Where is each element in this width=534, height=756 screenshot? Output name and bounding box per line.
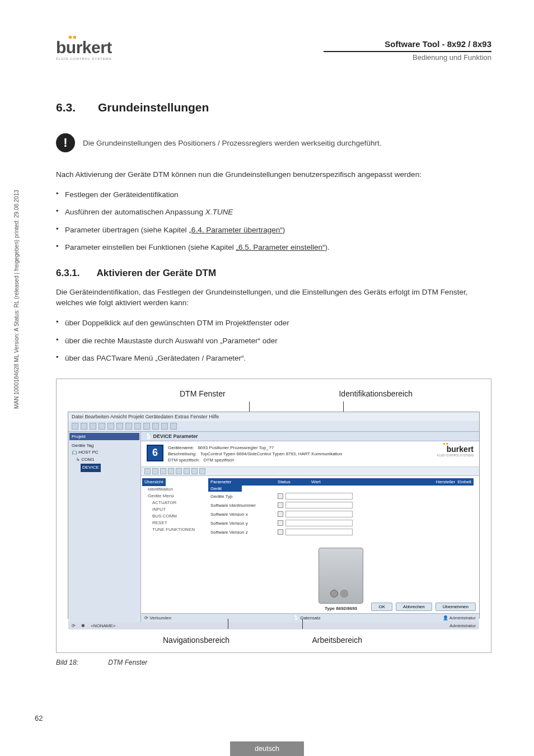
link-set-params[interactable]: „6.5. Parameter einstellen“ xyxy=(236,243,325,251)
section-title: Grundeinstellungen xyxy=(98,101,209,114)
section-number: 6.3. xyxy=(56,101,76,114)
exclamation-icon: ! xyxy=(56,133,75,152)
figure-caption: Bild 18: DTM Fenster xyxy=(56,659,491,666)
toolbar-icon[interactable] xyxy=(72,423,78,430)
toolbar-icon[interactable] xyxy=(160,468,166,474)
list-item: Parameter einstellen bei Funktionen (sie… xyxy=(56,239,491,256)
sidebar-header: Projekt xyxy=(69,433,139,440)
ok-button[interactable]: OK xyxy=(371,603,392,611)
nav-item[interactable]: BUS.COMM xyxy=(142,513,202,520)
subsection-number: 6.3.1. xyxy=(56,268,80,279)
tree-item[interactable]: Geräte Tag xyxy=(72,442,137,450)
nav-item[interactable]: RESET xyxy=(142,520,202,526)
lock-icon xyxy=(278,493,283,499)
nav-item-overview[interactable]: Übersicht xyxy=(142,478,166,486)
figure-bottom-labels: Navigationsbereich Arbeitsbereich xyxy=(68,636,480,645)
doc-subtitle: Bedienung und Funktion xyxy=(324,53,491,62)
project-tree[interactable]: Geräte Tag 📇 HOST PC ↳ COM1 DEVICE xyxy=(69,440,139,474)
toolbar-icon[interactable] xyxy=(191,468,198,474)
table-row: Software Identnummer xyxy=(208,501,474,510)
tree-item[interactable]: ↳ COM1 xyxy=(72,456,137,464)
toolbar-icon[interactable] xyxy=(90,423,96,430)
language-label: deutsch xyxy=(230,741,304,756)
param-value-input[interactable] xyxy=(285,529,353,535)
toolbar-icon[interactable] xyxy=(125,423,132,430)
toolbar-icon[interactable] xyxy=(99,423,105,430)
subsection-title: Aktivieren der Geräte DTM xyxy=(97,268,217,279)
fig-label-ident: Identifikationsbereich xyxy=(339,389,413,398)
document-side-meta: MAN 1000184628 ML Version: A Status: RL … xyxy=(13,190,20,409)
nav-item[interactable]: Identifikation xyxy=(142,486,202,493)
paragraph: Die Geräteindentifikation, das Festlegen… xyxy=(56,287,491,309)
fig-label-dtm: DTM Fenster xyxy=(180,389,226,398)
dtm-screenshot: Datei Bearbeiten Ansicht Projekt Geräted… xyxy=(68,412,480,619)
figure-frame: DTM Fenster Identifikationsbereich Datei… xyxy=(56,379,491,653)
tree-item-selected[interactable]: DEVICE xyxy=(72,464,137,472)
dtm-toolbar[interactable] xyxy=(141,467,479,476)
toolbar-icon[interactable] xyxy=(170,423,177,430)
param-value-input[interactable] xyxy=(285,493,353,500)
lock-icon xyxy=(278,502,283,508)
cancel-button[interactable]: Abbrechen xyxy=(396,603,432,611)
list-item: über das PACTware Menü „Gerätedaten / Pa… xyxy=(56,349,491,367)
identification-text: Gerätename: 8693 Positioner Prozessregle… xyxy=(168,445,433,464)
project-sidebar: Projekt Geräte Tag 📇 HOST PC ↳ COM1 DEVI… xyxy=(68,432,141,623)
app-statusbar: ⟳✱<NONAME> Administrator xyxy=(68,622,479,629)
app-menubar[interactable]: Datei Bearbeiten Ansicht Projekt Geräted… xyxy=(68,412,479,421)
bullet-list-b: über Doppelklick auf den gewünschten DTM… xyxy=(56,314,491,367)
nav-item[interactable]: Geräte Menü xyxy=(142,493,202,500)
toolbar-icon[interactable] xyxy=(144,468,151,474)
toolbar-icon[interactable] xyxy=(116,423,123,430)
subsection-heading: 6.3.1. Aktivieren der Geräte DTM xyxy=(56,268,491,279)
toolbar-icon[interactable] xyxy=(134,423,141,430)
identification-area: 6 Gerätename: 8693 Positioner Prozessreg… xyxy=(141,441,479,468)
toolbar-icon[interactable] xyxy=(168,468,174,474)
toolbar-icon[interactable] xyxy=(81,423,87,430)
logo-subtitle: FLUID CONTROL SYSTEMS xyxy=(56,57,111,60)
nav-item[interactable]: TUNE FUNKTIONEN xyxy=(142,526,202,533)
nav-item[interactable]: ACTUATOR xyxy=(142,500,202,506)
list-item: über die rechte Maustaste durch Auswahl … xyxy=(56,332,491,350)
language-footer: deutsch xyxy=(0,741,534,756)
dtm-tab[interactable]: 📄 DEVICE Parameter xyxy=(141,432,479,441)
param-value-input[interactable] xyxy=(285,520,353,526)
lock-icon xyxy=(278,511,283,517)
toolbar-icon[interactable] xyxy=(184,468,190,474)
toolbar-icon[interactable] xyxy=(107,423,114,430)
work-area: ParameterStatusWert Hersteller Einheit G… xyxy=(203,476,479,613)
list-item: über Doppelklick auf den gewünschten DTM… xyxy=(56,314,491,332)
toolbar-icon[interactable] xyxy=(143,423,150,430)
note-text: Die Grundeinstellungen des Positioners /… xyxy=(83,139,382,147)
fig-label-work: Arbeitsbereich xyxy=(312,636,363,645)
navigation-area[interactable]: Übersicht Identifikation Geräte Menü ACT… xyxy=(141,476,203,613)
figure-top-labels: DTM Fenster Identifikationsbereich xyxy=(68,389,480,398)
fig-label-nav: Navigationsbereich xyxy=(163,636,229,645)
dtm-statusbar: ⟳ Verbunden 📄 Datensatz 👤 Administrator xyxy=(141,613,479,622)
toolbar-icon[interactable] xyxy=(152,468,158,474)
section-heading: 6.3. Grundeinstellungen xyxy=(56,101,491,114)
device-type-icon: 6 xyxy=(147,445,163,461)
caption-number: Bild 18: xyxy=(56,659,106,666)
lock-icon xyxy=(278,529,283,535)
list-item: Parameter übertragen (siehe Kapitel „6.4… xyxy=(56,221,491,239)
table-row: Software Version z xyxy=(208,528,474,536)
toolbar-icon[interactable] xyxy=(161,423,168,430)
nav-item[interactable]: INPUT xyxy=(142,506,202,513)
param-value-input[interactable] xyxy=(285,502,353,508)
table-row: Software Version y xyxy=(208,519,474,528)
toolbar-icon[interactable] xyxy=(176,468,182,474)
link-transfer-params[interactable]: „6.4. Parameter übertragen“ xyxy=(189,226,282,234)
list-item: Ausführen der automatischen Anpassung X.… xyxy=(56,203,491,221)
note-callout: ! Die Grundeinstellungen des Positioners… xyxy=(56,133,491,152)
toolbar-icon[interactable] xyxy=(152,423,159,430)
param-group: Gerät xyxy=(208,486,242,492)
param-value-input[interactable] xyxy=(285,511,353,517)
lock-icon xyxy=(278,520,283,526)
param-table-header: ParameterStatusWert Hersteller Einheit xyxy=(208,478,474,486)
brand-logo: burkert FLUID CONTROL SYSTEMS xyxy=(56,39,112,60)
app-toolbar[interactable] xyxy=(68,421,479,432)
intro-paragraph: Nach Aktivierung der Geräte DTM können n… xyxy=(56,169,491,180)
apply-button[interactable]: Übernehmen xyxy=(435,603,476,611)
toolbar-icon[interactable] xyxy=(199,468,205,474)
tree-item[interactable]: 📇 HOST PC xyxy=(72,449,137,456)
